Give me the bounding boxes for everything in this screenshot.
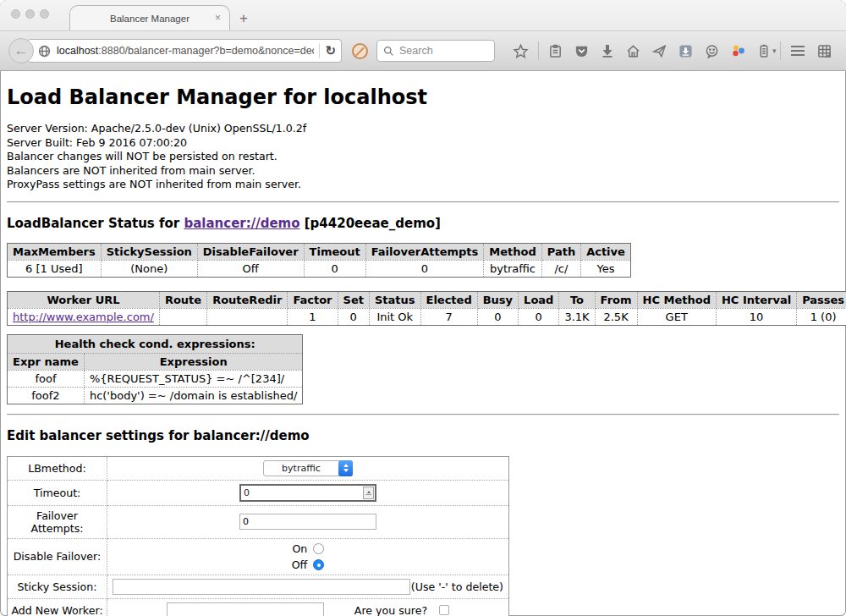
header-cell: Elected [420,291,477,308]
cell: Yes [581,260,631,277]
form-row-timeout: Timeout: 0 [8,480,509,505]
sticky-session-hint: (Use '-' to delete) [411,580,503,593]
cell: Off [197,260,304,277]
table-header-row: Health check cond. expressions: [8,334,303,353]
cell: foof [8,370,85,387]
are-you-sure-checkbox[interactable] [439,605,449,615]
header-cell: Active [581,243,631,260]
header-cell: StickySession [101,243,197,260]
minimize-window-button[interactable] [25,9,35,19]
header-cell: Status [369,291,420,308]
cell: Init Ok [369,308,420,325]
lbmethod-label: LBmethod: [8,456,107,480]
worker-url-link[interactable]: http://www.example.com/ [13,311,154,323]
add-worker-input[interactable] [167,602,324,616]
header-cell: FailoverAttempts [365,243,484,260]
inherit-notice-line: Balancers are NOT inherited from main se… [7,164,839,179]
cell: 7 [420,308,477,325]
header-cell: Factor [288,291,338,308]
persist-notice-line: Balancer changes will NOT be persisted o… [7,150,839,164]
new-tab-button[interactable]: + [239,10,248,27]
table-header-row: Expr nameExpression [8,353,303,370]
window-controls[interactable] [11,9,49,19]
edit-balancer-form: LBmethod: bytraffic Timeout: 0 [7,456,509,616]
radio-on[interactable] [313,543,324,554]
cell: 0 [338,308,369,325]
timeout-input[interactable]: 0 [239,484,376,502]
form-row-disable-failover: Disable Failover: On Off [8,538,509,575]
loadbalancer-status-heading: LoadBalancer Status for balancer://demo … [7,216,839,231]
cell: 0 [365,260,484,277]
header-cell: Busy [477,291,518,308]
navigation-toolbar: ← localhost:8880/balancer-manager?b=demo… [0,30,846,71]
lbmethod-select[interactable]: bytraffic [263,460,353,476]
sticky-session-label: Sticky Session: [8,575,107,598]
header-cell: Expr name [8,353,85,370]
chevron-down-icon[interactable]: ▾ [772,47,777,55]
clipboard-icon[interactable] [548,44,563,58]
battery-status-icon[interactable] [758,44,770,58]
table-row: foof2hc('body') =~ /domain is establishe… [8,387,303,404]
tab-balancer-manager[interactable]: Balancer Manager × [69,5,230,30]
cell: hc('body') =~ /domain is established/ [84,387,303,404]
back-arrow-icon: ← [14,42,29,59]
feedback-smiley-icon[interactable] [705,44,719,58]
search-bar[interactable]: Search [376,40,495,62]
header-cell: DisableFailover [197,243,304,260]
sticky-session-input[interactable] [113,579,410,595]
content-blocker-icon[interactable] [352,43,368,59]
bookmark-star-icon[interactable] [513,43,529,59]
pocket-icon[interactable] [574,44,589,58]
health-check-table: Health check cond. expressions: Expr nam… [7,334,303,404]
url-bar[interactable]: localhost:8880/balancer-manager?b=demo&n… [27,39,342,63]
timeout-value: 0 [241,487,363,498]
balancer-demo-link[interactable]: balancer://demo [184,216,299,231]
form-row-add-worker: Add New Worker: Are you sure? [8,598,509,616]
header-cell: Set [338,291,369,308]
failover-attempts-input[interactable] [239,514,376,530]
table-row: http://www.example.com/ 10Init Ok7003.1K… [8,308,846,325]
table-header-row: MaxMembersStickySessionDisableFailoverTi… [8,243,631,260]
lbmethod-selected-value: bytraffic [264,463,338,474]
downloads-icon[interactable] [601,44,614,58]
home-icon[interactable] [626,44,640,58]
header-cell: Route [159,291,206,308]
containers-dots-icon[interactable] [731,43,746,58]
close-window-button[interactable] [11,9,20,19]
radio-off[interactable] [313,559,324,570]
toolbar-icons: ▾ [507,41,838,60]
back-button[interactable]: ← [8,38,34,63]
send-tab-icon[interactable] [652,44,667,58]
divider [7,201,839,203]
header-cell: HC Method [637,291,716,308]
add-worker-label: Add New Worker: [8,598,107,616]
divider [7,414,839,415]
header-cell: MaxMembers [8,243,102,260]
menu-hamburger-icon[interactable] [790,45,805,57]
url-host: localhost [57,45,98,57]
tile-grid-icon[interactable] [817,44,832,58]
cell [207,308,288,325]
cell: 2.5K [595,308,637,325]
url-path: :8880/balancer-manager?b=demo&nonce=decc… [98,45,314,57]
tab-close-icon[interactable]: × [215,12,221,24]
cell: bytraffic [484,260,541,277]
reload-icon[interactable]: ↻ [325,43,336,58]
timeout-label: Timeout: [8,480,107,505]
balancer-status-table: MaxMembersStickySessionDisableFailoverTi… [7,243,631,278]
server-info: Server Version: Apache/2.5.0-dev (Unix) … [7,122,839,192]
health-table-title: Health check cond. expressions: [8,334,303,353]
are-you-sure-label: Are you sure? [354,604,427,616]
extension-download-icon[interactable] [678,44,693,58]
cell: /c/ [541,260,580,277]
form-row-lbmethod: LBmethod: bytraffic [8,456,509,480]
cell: 0 [304,260,365,277]
cell: 10 [716,308,796,325]
proxypass-notice-line: ProxyPass settings are NOT inherited fro… [7,178,839,192]
url-text[interactable]: localhost:8880/balancer-manager?b=demo&n… [57,45,314,57]
zoom-window-button[interactable] [40,9,49,19]
number-spinner-icon[interactable] [363,487,374,499]
edit-balancer-heading: Edit balancer settings for balancer://de… [7,428,839,443]
toolbar-separator [780,41,781,60]
disable-failover-radios: On Off [292,542,325,571]
